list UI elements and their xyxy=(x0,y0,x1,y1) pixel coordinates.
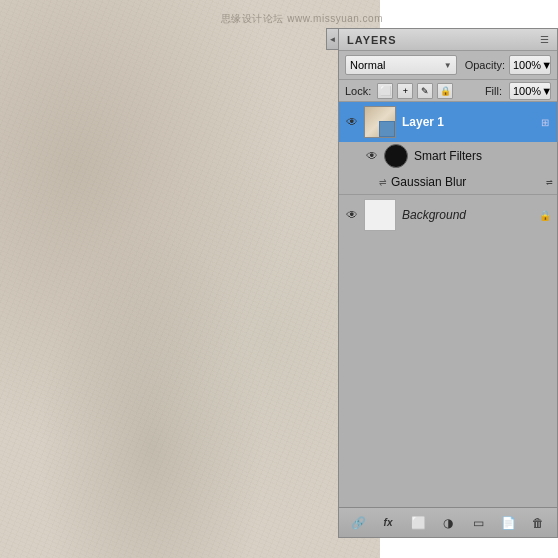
visibility-eye-layer1[interactable]: 👁 xyxy=(343,113,361,131)
layers-panel: LAYERS ☰ Normal ▼ Opacity: 100% ▼ Lock: … xyxy=(338,28,558,538)
fill-input[interactable]: 100% ▼ xyxy=(509,82,551,100)
visibility-eye-smart-filters[interactable]: 👁 xyxy=(363,147,381,165)
lock-row: Lock: ⬜ + ✎ 🔒 Fill: 100% ▼ xyxy=(339,80,557,102)
opacity-label: Opacity: xyxy=(465,59,505,71)
panel-title: LAYERS xyxy=(347,34,397,46)
smart-object-badge-layer1: ⊞ xyxy=(537,114,553,130)
lock-label: Lock: xyxy=(345,85,371,97)
layer-effects-btn[interactable]: fx xyxy=(377,512,399,534)
link-layers-btn[interactable]: 🔗 xyxy=(347,512,369,534)
layer-thumbnail-background xyxy=(364,199,396,231)
layers-list: 👁 Layer 1 ⊞ 👁 Smart Filters ⇌ Gaussian B… xyxy=(339,102,557,507)
layer-name-background: Background xyxy=(402,208,537,222)
add-mask-btn[interactable]: ⬜ xyxy=(407,512,429,534)
lock-all-btn[interactable]: 🔒 xyxy=(437,83,453,99)
canvas-background xyxy=(0,0,380,558)
opacity-value-text: 100% xyxy=(513,59,541,71)
fill-label: Fill: xyxy=(485,85,502,97)
opacity-arrow: ▼ xyxy=(541,59,552,71)
fill-arrow: ▼ xyxy=(541,85,552,97)
watermark: 思缘设计论坛 www.missyuan.com xyxy=(221,12,383,26)
layer-item-background[interactable]: 👁 Background 🔒 xyxy=(339,195,557,235)
lock-position-btn[interactable]: + xyxy=(397,83,413,99)
filter-icon: ⇌ xyxy=(379,177,387,187)
layer-name-layer1: Layer 1 xyxy=(402,115,537,129)
blend-row: Normal ▼ Opacity: 100% ▼ xyxy=(339,51,557,80)
lock-image-btn[interactable]: ✎ xyxy=(417,83,433,99)
layer-item-layer1[interactable]: 👁 Layer 1 ⊞ xyxy=(339,102,557,142)
layer-name-smart-filters: Smart Filters xyxy=(414,149,553,163)
delete-layer-btn[interactable]: 🗑 xyxy=(527,512,549,534)
layer-name-gaussian-blur: Gaussian Blur xyxy=(391,175,546,189)
layer-item-smart-filters[interactable]: 👁 Smart Filters xyxy=(339,142,557,170)
new-group-btn[interactable]: ▭ xyxy=(467,512,489,534)
panel-menu-icon[interactable]: ☰ xyxy=(540,34,549,45)
blend-mode-select[interactable]: Normal ▼ xyxy=(345,55,457,75)
panel-header: LAYERS ☰ xyxy=(339,29,557,51)
blend-mode-value: Normal xyxy=(350,59,385,71)
lock-pixels-btn[interactable]: ⬜ xyxy=(377,83,393,99)
layer-thumbnail-layer1 xyxy=(364,106,396,138)
panel-collapse-handle[interactable]: ◄ xyxy=(326,28,338,50)
lock-icon-background: 🔒 xyxy=(537,207,553,223)
adjustment-layer-btn[interactable]: ◑ xyxy=(437,512,459,534)
smart-filter-thumbnail xyxy=(384,144,408,168)
gaussian-settings-icon[interactable]: ⇌ xyxy=(546,178,553,187)
opacity-input[interactable]: 100% ▼ xyxy=(509,55,551,75)
visibility-eye-background[interactable]: 👁 xyxy=(343,206,361,224)
fill-value-text: 100% xyxy=(513,85,541,97)
new-layer-btn[interactable]: 📄 xyxy=(497,512,519,534)
blend-mode-arrow: ▼ xyxy=(444,61,452,70)
panel-footer: 🔗 fx ⬜ ◑ ▭ 📄 🗑 xyxy=(339,507,557,537)
layer-item-gaussian-blur[interactable]: ⇌ Gaussian Blur ⇌ xyxy=(339,170,557,194)
